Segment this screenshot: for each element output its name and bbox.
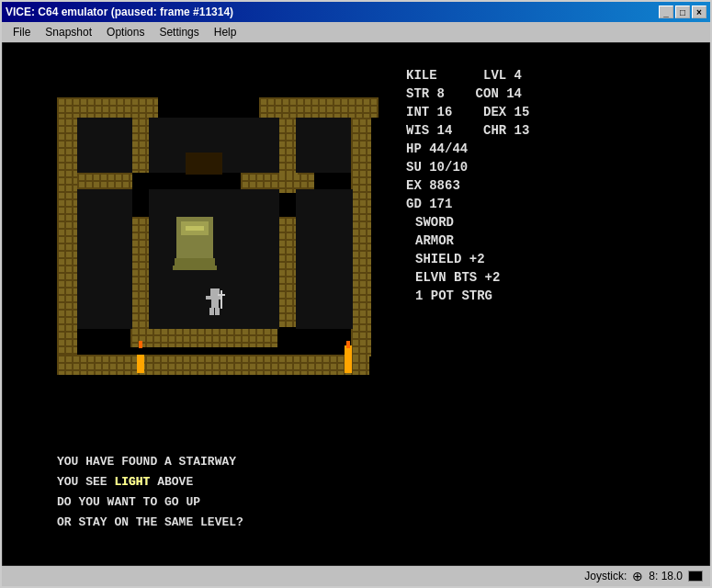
- menu-help[interactable]: Help: [207, 24, 244, 40]
- joystick-status: Joystick: ⊕ 8: 18.0: [584, 569, 703, 583]
- title-bar: VICE: C64 emulator (paused: frame #11314…: [2, 2, 710, 22]
- minimize-button[interactable]: _: [659, 6, 673, 18]
- status-bar: Joystick: ⊕ 8: 18.0: [2, 566, 710, 586]
- menu-snapshot[interactable]: Snapshot: [38, 24, 99, 40]
- menu-file[interactable]: File: [6, 24, 38, 40]
- window-title: VICE: C64 emulator (paused: frame #11314…: [6, 6, 233, 18]
- joystick-icon: ⊕: [632, 569, 643, 583]
- game-canvas: [2, 42, 710, 566]
- close-button[interactable]: ×: [692, 6, 706, 18]
- game-area: [2, 42, 710, 566]
- frame-color-box: [688, 571, 703, 582]
- joystick-label: Joystick:: [584, 570, 627, 582]
- title-bar-buttons: _ □ ×: [659, 6, 706, 18]
- menu-options[interactable]: Options: [99, 24, 152, 40]
- maximize-button[interactable]: □: [675, 6, 690, 18]
- menu-settings[interactable]: Settings: [152, 24, 206, 40]
- main-window: VICE: C64 emulator (paused: frame #11314…: [0, 0, 712, 588]
- frame-info: 8: 18.0: [649, 570, 683, 582]
- menu-bar: File Snapshot Options Settings Help: [2, 22, 710, 42]
